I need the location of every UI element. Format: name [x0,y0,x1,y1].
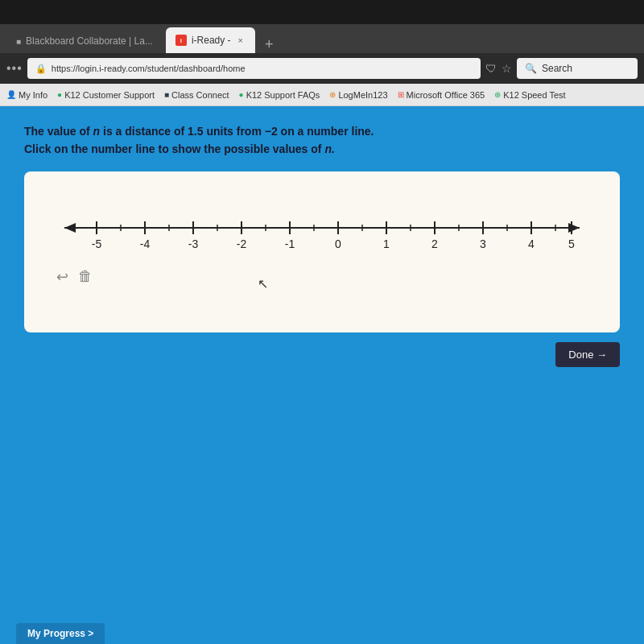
delete-button[interactable]: 🗑 [78,268,93,285]
tab-bar: ■ Blackboard Collaborate | La... i i-Rea… [0,24,644,53]
svg-marker-2 [568,223,580,233]
done-btn-container: Done → [24,342,620,367]
my-progress-bar[interactable]: My Progress > [16,623,105,644]
new-tab-button[interactable]: + [258,36,280,53]
k12-speed-label: K12 Speed Test [503,90,565,100]
bookmark-k12-faqs[interactable]: ● K12 Support FAQs [239,90,320,100]
action-row: ↩ 🗑 [48,268,596,286]
blackboard-tab-label: Blackboard Collaborate | La... [26,35,153,47]
bookmark-star-icon[interactable]: ☆ [502,62,512,75]
svg-text:-4: -4 [140,237,151,250]
svg-text:4: 4 [528,237,535,250]
svg-marker-1 [64,223,76,233]
tab-blackboard[interactable]: ■ Blackboard Collaborate | La... [6,29,163,53]
svg-text:0: 0 [335,237,341,250]
svg-text:-3: -3 [188,237,199,250]
undo-button[interactable]: ↩ [56,268,68,286]
search-label: Search [542,63,572,74]
bookmark-k12-support[interactable]: ● K12 Customer Support [57,90,155,100]
cursor-indicator: ↖ [258,276,268,291]
svg-text:1: 1 [383,237,390,250]
number-line-container[interactable]: -5 -4 -3 -2 -1 [48,212,596,260]
url-bar[interactable]: 🔒 https://login.i-ready.com/student/dash… [27,58,481,79]
svg-text:5: 5 [568,237,575,250]
iready-tab-icon: i [175,35,187,46]
nav-dots[interactable]: ••• [6,61,23,76]
tab-iready[interactable]: i i-Ready - × [166,27,255,53]
class-connect-label: Class Connect [171,90,229,100]
bookmarks-bar: 👤 My Info ● K12 Customer Support ■ Class… [0,84,644,106]
top-black-bar [0,0,644,24]
my-info-icon: 👤 [6,90,16,99]
italic-n-1: n [93,125,101,138]
bookmark-class-connect[interactable]: ■ Class Connect [164,90,229,100]
search-bar[interactable]: 🔍 Search [517,58,638,79]
shield-icon: 🛡 [485,62,497,75]
blackboard-tab-icon: ■ [16,37,21,46]
number-line-card[interactable]: -5 -4 -3 -2 -1 [24,171,620,332]
address-bar: ••• 🔒 https://login.i-ready.com/student/… [0,53,644,84]
k12-speed-icon: ⊕ [494,90,501,99]
svg-text:-2: -2 [237,237,247,250]
lock-icon: 🔒 [35,64,47,74]
logmein-label: LogMeIn123 [338,90,387,100]
search-icon: 🔍 [525,63,537,74]
k12-support-label: K12 Customer Support [64,90,155,100]
k12-faqs-label: K12 Support FAQs [246,90,320,100]
done-button[interactable]: Done → [555,342,620,367]
k12-support-icon: ● [57,90,62,99]
my-progress-label: My Progress > [27,628,93,639]
browser-chrome: ■ Blackboard Collaborate | La... i i-Rea… [0,24,644,106]
svg-text:2: 2 [431,237,438,250]
my-info-label: My Info [19,90,47,100]
svg-text:-5: -5 [92,237,102,250]
class-connect-icon: ■ [164,90,169,99]
bookmark-k12-speed[interactable]: ⊕ K12 Speed Test [494,90,565,100]
main-content: The value of n is a distance of 1.5 unit… [0,106,644,644]
k12-faqs-icon: ● [239,90,244,99]
bookmark-ms-office[interactable]: ⊞ Microsoft Office 365 [398,90,485,100]
svg-text:3: 3 [480,237,486,250]
ms-office-icon: ⊞ [398,90,404,99]
logmein-icon: ⊕ [329,90,336,99]
bookmark-logmein[interactable]: ⊕ LogMeIn123 [329,90,387,100]
question-line2: Click on the number line to show the pos… [24,140,620,158]
url-text: https://login.i-ready.com/student/dashbo… [52,64,246,73]
bookmark-my-info[interactable]: 👤 My Info [6,90,47,100]
number-line-svg[interactable]: -5 -4 -3 -2 -1 [48,212,596,260]
italic-n-2: n. [324,142,334,155]
ms-office-label: Microsoft Office 365 [407,90,485,100]
svg-text:-1: -1 [285,237,295,250]
iready-tab-label: i-Ready - [192,35,231,46]
tab-close-icon[interactable]: × [236,35,246,46]
question-text: The value of n is a distance of 1.5 unit… [24,122,620,159]
question-line1: The value of n is a distance of 1.5 unit… [24,122,620,140]
